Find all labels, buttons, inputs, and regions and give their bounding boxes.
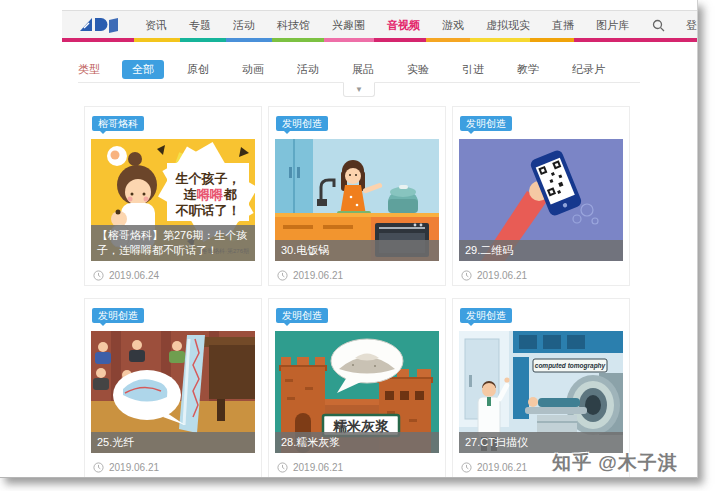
nav-item-vr[interactable]: 虚拟现实	[475, 18, 541, 33]
date-row: 2019.06.21	[459, 270, 623, 281]
publish-date: 2019.06.21	[293, 270, 343, 281]
series-badge[interactable]: 发明创造	[92, 305, 144, 323]
video-card-grid: 榕哥烙科 生个孩子， 连	[84, 106, 630, 478]
nav-item-gallery[interactable]: 图片库	[585, 18, 640, 33]
svg-text:computed tomography: computed tomography	[535, 362, 606, 370]
top-navbar: 资讯 专题 活动 科技馆 兴趣圈 音视频 游戏 虚拟现实 直播 图片库 登录 注…	[62, 10, 697, 39]
clock-icon	[461, 270, 472, 281]
video-thumbnail[interactable]: 生个孩子， 连 嘚嘚 都 不听话了！ 榕哥烙科·第276期	[91, 139, 255, 261]
svg-text:连: 连	[183, 187, 198, 202]
series-badge[interactable]: 发明创造	[460, 305, 512, 323]
video-thumbnail[interactable]: 30.电饭锅	[275, 139, 439, 261]
nav-item-topics[interactable]: 专题	[178, 18, 222, 33]
filter-option-documentary[interactable]: 纪录片	[562, 60, 615, 79]
filter-option-teaching[interactable]: 教学	[507, 60, 549, 79]
filter-option-experiment[interactable]: 实验	[397, 60, 439, 79]
search-button[interactable]	[640, 19, 677, 32]
filter-expand-button[interactable]: ▼	[343, 82, 375, 97]
svg-text:都: 都	[223, 187, 238, 202]
date-row: 2019.06.21	[275, 270, 439, 281]
rainbow-stripe	[62, 38, 697, 42]
clock-icon	[277, 270, 288, 281]
filter-option-activity[interactable]: 活动	[287, 60, 329, 79]
filter-option-animation[interactable]: 动画	[232, 60, 274, 79]
svg-text:嘚嘚: 嘚嘚	[197, 187, 223, 202]
series-badge[interactable]: 发明创造	[276, 113, 328, 131]
clock-icon	[277, 462, 288, 473]
video-title[interactable]: 【榕哥烙科】第276期：生个孩子，连嘚嘚都不听话了！	[91, 225, 255, 261]
login-link[interactable]: 登录	[677, 18, 698, 33]
nav-item-audio-video[interactable]: 音视频	[376, 18, 431, 33]
nav-item-museum[interactable]: 科技馆	[266, 18, 321, 33]
video-card[interactable]: 榕哥烙科 生个孩子， 连	[84, 106, 262, 286]
series-badge[interactable]: 发明创造	[276, 305, 328, 323]
chevron-down-icon: ▼	[355, 85, 363, 94]
video-title[interactable]: 30.电饭锅	[275, 240, 439, 261]
video-thumbnail[interactable]: 25.光纤	[91, 331, 255, 453]
browser-page: 资讯 专题 活动 科技馆 兴趣圈 音视频 游戏 虚拟现实 直播 图片库 登录 注…	[0, 0, 698, 478]
filter-group-label: 类型	[78, 62, 100, 77]
filter-option-original[interactable]: 原创	[177, 60, 219, 79]
video-thumbnail[interactable]: 29.二维码	[459, 139, 623, 261]
nav-item-interest-circle[interactable]: 兴趣圈	[321, 18, 376, 33]
publish-date: 2019.06.21	[109, 462, 159, 473]
publish-date: 2019.06.21	[477, 462, 527, 473]
site-logo-icon	[78, 15, 120, 35]
watermark: 知乎 @木子淇	[552, 450, 678, 476]
nav-item-activities[interactable]: 活动	[222, 18, 266, 33]
svg-text:生个孩子，: 生个孩子，	[175, 171, 241, 186]
video-thumbnail[interactable]: computed tomography 27.CT扫描仪	[459, 331, 623, 453]
series-badge[interactable]: 发明创造	[460, 113, 512, 131]
date-row: 2019.06.24	[91, 270, 255, 281]
clock-icon	[93, 270, 104, 281]
nav-item-news[interactable]: 资讯	[134, 18, 178, 33]
search-icon	[652, 19, 665, 32]
video-thumbnail[interactable]: 糯米灰浆 28.糯米灰浆	[275, 331, 439, 453]
video-title[interactable]: 25.光纤	[91, 432, 255, 453]
publish-date: 2019.06.24	[109, 270, 159, 281]
site-logo[interactable]	[62, 15, 134, 35]
badge-tail	[99, 322, 107, 330]
nav-item-games[interactable]: 游戏	[431, 18, 475, 33]
filter-option-exhibit[interactable]: 展品	[342, 60, 384, 79]
svg-text:不听话了！: 不听话了！	[175, 203, 241, 218]
date-row: 2019.06.21	[275, 462, 439, 473]
series-badge[interactable]: 榕哥烙科	[92, 113, 144, 131]
publish-date: 2019.06.21	[477, 270, 527, 281]
video-card[interactable]: 发明创造	[268, 298, 446, 478]
filter-option-all[interactable]: 全部	[122, 60, 164, 79]
video-card[interactable]: 发明创造	[84, 298, 262, 478]
video-title[interactable]: 29.二维码	[459, 240, 623, 261]
publish-date: 2019.06.21	[293, 462, 343, 473]
video-card[interactable]: 发明创造	[452, 106, 630, 286]
badge-tail	[467, 322, 475, 330]
badge-tail	[283, 130, 291, 138]
badge-tail	[467, 130, 475, 138]
badge-tail	[283, 322, 291, 330]
filter-bar: 类型 全部 原创 动画 活动 展品 实验 引进 教学 纪录片 ▼	[78, 56, 640, 83]
nav-item-live[interactable]: 直播	[541, 18, 585, 33]
video-card[interactable]: 发明创造	[268, 106, 446, 286]
filter-option-imported[interactable]: 引进	[452, 60, 494, 79]
video-title[interactable]: 28.糯米灰浆	[275, 432, 439, 453]
clock-icon	[461, 462, 472, 473]
date-row: 2019.06.21	[91, 462, 255, 473]
clock-icon	[93, 462, 104, 473]
badge-tail	[99, 130, 107, 138]
